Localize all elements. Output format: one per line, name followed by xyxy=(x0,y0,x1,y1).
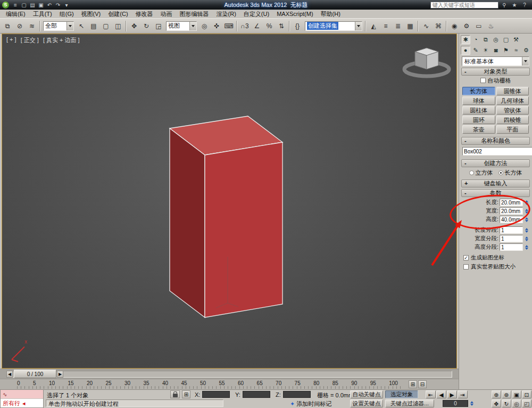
zoom-region-icon[interactable]: ⊡ xyxy=(522,390,531,398)
rollout-creation-method[interactable]: - 创建方法 xyxy=(461,159,530,167)
field-of-view-icon[interactable]: ◎ xyxy=(512,399,521,407)
select-object-icon[interactable]: ↖ xyxy=(76,20,87,32)
menu-modifiers[interactable]: 修改器 xyxy=(132,10,157,18)
select-and-manipulate-icon[interactable]: ✜ xyxy=(211,20,222,32)
schematic-view-icon[interactable]: ⌘ xyxy=(433,20,444,32)
absolute-mode-toggle[interactable]: ⊞ xyxy=(182,390,190,398)
menu-group[interactable]: 组(G) xyxy=(56,10,78,18)
length-segs-field[interactable]: 1 xyxy=(500,226,523,234)
viewport-menu-label[interactable]: [ + ] xyxy=(6,36,16,44)
menu-tools[interactable]: 工具(T) xyxy=(29,10,56,18)
y-coordinate-field[interactable] xyxy=(243,391,270,398)
project-dropdown-icon[interactable]: ▾ xyxy=(62,1,71,9)
mini-listener-macro-row[interactable]: ∿ xyxy=(1,390,43,399)
3dsmax-logo-icon[interactable]: S xyxy=(2,2,9,9)
graphite-ribbon-icon[interactable]: ▦ xyxy=(404,20,416,32)
length-field[interactable]: 20.0mm xyxy=(500,199,523,206)
time-slider-handle[interactable]: 0 / 100 xyxy=(14,370,56,378)
frame-spinner[interactable] xyxy=(469,399,474,407)
time-slider-bar[interactable]: ◀ 0 / 100 ▶ xyxy=(0,369,459,379)
edit-named-sets-icon[interactable]: {} xyxy=(292,20,303,32)
generate-mapping-coords-checkbox[interactable] xyxy=(463,255,469,260)
width-segs-spinner[interactable] xyxy=(524,235,529,242)
spinner-snap-icon[interactable]: ⇅ xyxy=(276,20,287,32)
z-coordinate-field[interactable] xyxy=(283,391,311,398)
search-icon[interactable]: ⚲ xyxy=(500,1,509,9)
menu-graph-editors[interactable]: 图形编辑器 xyxy=(176,10,213,18)
window-crossing-icon[interactable]: ◫ xyxy=(112,20,124,32)
select-and-scale-icon[interactable]: ◲ xyxy=(153,20,164,32)
close-mini-curve-editor-button[interactable]: ⊟ xyxy=(418,380,427,388)
redo-icon[interactable]: ↷ xyxy=(54,1,62,9)
cone-button[interactable]: 圆锥体 xyxy=(496,87,529,95)
lights-category[interactable]: ☀ xyxy=(481,46,491,55)
maximize-viewport-icon[interactable]: ◰ xyxy=(522,399,531,407)
timeline-prev-frame-button[interactable]: ◀ xyxy=(6,371,13,378)
utilities-tab[interactable]: ⚒ xyxy=(511,35,521,44)
key-filters-button[interactable]: 关键点过滤器... xyxy=(385,399,434,407)
rollout-collapse-icon[interactable]: - xyxy=(464,137,467,144)
add-time-tag[interactable]: ✦添加时间标记 xyxy=(290,400,331,408)
set-key-button[interactable]: 设置关键点 xyxy=(350,399,383,407)
select-and-rotate-icon[interactable]: ↻ xyxy=(140,20,152,32)
track-bar[interactable]: 0 5 10 15 20 25 30 35 40 45 50 55 60 65 … xyxy=(0,379,459,389)
length-segs-spinner[interactable] xyxy=(524,226,529,234)
maxscript-mini-listener[interactable]: ∿ 所有行◂ xyxy=(0,389,44,408)
select-and-move-icon[interactable]: ✥ xyxy=(128,20,140,32)
torus-button[interactable]: 圆环 xyxy=(462,116,495,124)
box-object[interactable] xyxy=(170,116,282,317)
real-world-map-size-checkbox[interactable] xyxy=(463,264,469,270)
unlink-selection-icon[interactable]: ⊘ xyxy=(14,20,26,32)
use-pivot-center-icon[interactable]: ◎ xyxy=(198,20,210,32)
rendered-frame-icon[interactable]: ▭ xyxy=(473,20,485,32)
cylinder-button[interactable]: 圆柱体 xyxy=(462,106,495,115)
menu-maxscript[interactable]: MAXScript(M) xyxy=(273,10,317,18)
box-button[interactable]: 长方体 xyxy=(462,87,495,95)
dropdown-arrow-icon[interactable] xyxy=(522,57,529,66)
object-category-dropdown[interactable]: 标准基本体 xyxy=(462,56,529,66)
tracks-filter-label[interactable]: 所有行 xyxy=(3,399,20,407)
cameras-category[interactable]: ◙ xyxy=(491,46,501,55)
time-slider-track[interactable] xyxy=(6,371,452,378)
display-tab[interactable]: ▢ xyxy=(501,35,511,44)
hierarchy-tab[interactable]: ⧉ xyxy=(481,35,491,44)
width-spinner[interactable] xyxy=(524,207,529,215)
geometry-category[interactable]: ● xyxy=(461,46,470,55)
length-spinner[interactable] xyxy=(524,199,529,206)
height-segs-field[interactable]: 1 xyxy=(500,243,523,251)
rollout-name-color[interactable]: - 名称和颜色 xyxy=(461,137,530,145)
spacewarps-category[interactable]: ≈ xyxy=(511,46,521,55)
help-icon[interactable]: ? xyxy=(520,1,529,9)
angle-snap-icon[interactable]: ∠ xyxy=(251,20,263,32)
viewport-shading-label[interactable]: [ 真实 + 边面 ] xyxy=(43,36,80,44)
zoom-icon[interactable]: ⊕ xyxy=(492,390,501,398)
save-file-icon[interactable]: ▣ xyxy=(37,1,45,9)
undo-icon[interactable]: ↶ xyxy=(45,1,54,9)
select-and-link-icon[interactable]: ⧉ xyxy=(2,20,13,32)
height-spinner[interactable] xyxy=(524,216,529,223)
viewport[interactable]: [ + ] [ 正交 ] [ 真实 + 边面 ] x xyxy=(2,34,457,369)
geosphere-button[interactable]: 几何球体 xyxy=(496,96,529,105)
autogrid-checkbox[interactable] xyxy=(480,78,486,83)
rollout-parameters[interactable]: - 参数 xyxy=(461,189,530,197)
helpers-category[interactable]: ⚑ xyxy=(501,46,511,55)
open-file-icon[interactable]: ▤ xyxy=(28,1,37,9)
application-menu-icon[interactable]: ≡ xyxy=(11,1,20,9)
rollout-collapse-icon[interactable]: - xyxy=(464,160,467,166)
search-input[interactable] xyxy=(430,2,498,9)
go-to-start-button[interactable]: ⇤ xyxy=(426,390,436,398)
menu-customize[interactable]: 自定义(U) xyxy=(240,10,273,18)
selected-object-button[interactable]: 选定对象 xyxy=(385,390,418,398)
box-radio[interactable] xyxy=(498,170,503,175)
render-setup-icon[interactable]: ⚙ xyxy=(461,20,472,32)
reference-coordinate-dropdown[interactable]: 视图 xyxy=(166,21,197,31)
selection-region-icon[interactable]: ▢ xyxy=(100,20,112,32)
teapot-button[interactable]: 茶壶 xyxy=(462,125,495,134)
auto-key-button[interactable]: 自动关键点 xyxy=(350,390,383,398)
dropdown-arrow-icon[interactable] xyxy=(66,22,73,30)
menu-create[interactable]: 创建(C) xyxy=(104,10,131,18)
orbit-view-icon[interactable]: ↻ xyxy=(502,399,511,407)
create-tab[interactable]: ✱ xyxy=(461,35,470,44)
modify-tab[interactable]: ◔ xyxy=(471,35,480,44)
align-icon[interactable]: ≡ xyxy=(380,20,392,32)
